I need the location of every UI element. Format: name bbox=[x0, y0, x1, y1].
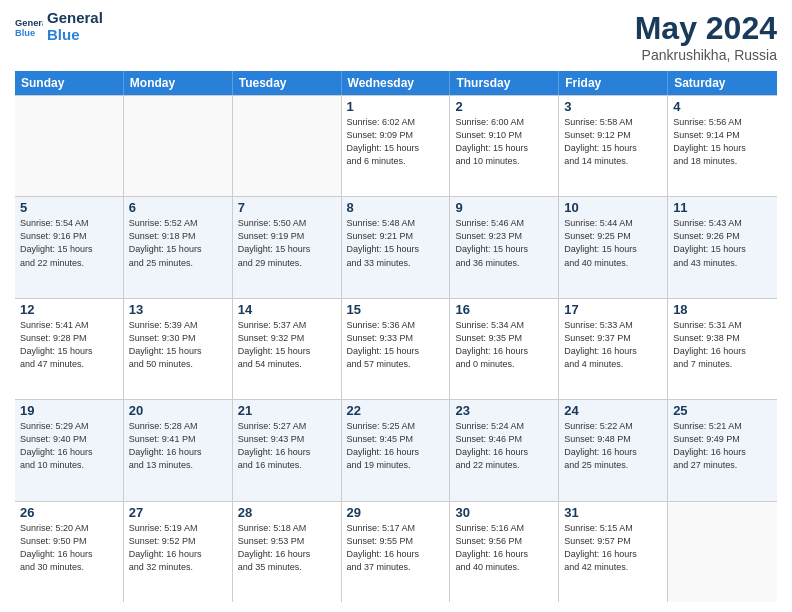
day-cell-10: 10Sunrise: 5:44 AM Sunset: 9:25 PM Dayli… bbox=[559, 197, 668, 297]
day-info-4: Sunrise: 5:56 AM Sunset: 9:14 PM Dayligh… bbox=[673, 116, 772, 168]
day-info-14: Sunrise: 5:37 AM Sunset: 9:32 PM Dayligh… bbox=[238, 319, 336, 371]
day-number-28: 28 bbox=[238, 505, 336, 520]
day-info-20: Sunrise: 5:28 AM Sunset: 9:41 PM Dayligh… bbox=[129, 420, 227, 472]
header-day-friday: Friday bbox=[559, 71, 668, 95]
calendar: SundayMondayTuesdayWednesdayThursdayFrid… bbox=[15, 71, 777, 602]
day-info-19: Sunrise: 5:29 AM Sunset: 9:40 PM Dayligh… bbox=[20, 420, 118, 472]
week-3: 12Sunrise: 5:41 AM Sunset: 9:28 PM Dayli… bbox=[15, 298, 777, 399]
day-info-17: Sunrise: 5:33 AM Sunset: 9:37 PM Dayligh… bbox=[564, 319, 662, 371]
day-number-9: 9 bbox=[455, 200, 553, 215]
day-number-18: 18 bbox=[673, 302, 772, 317]
day-info-8: Sunrise: 5:48 AM Sunset: 9:21 PM Dayligh… bbox=[347, 217, 445, 269]
day-number-15: 15 bbox=[347, 302, 445, 317]
day-cell-28: 28Sunrise: 5:18 AM Sunset: 9:53 PM Dayli… bbox=[233, 502, 342, 602]
header: General Blue General Blue May 2024 Pankr… bbox=[15, 10, 777, 63]
week-2: 5Sunrise: 5:54 AM Sunset: 9:16 PM Daylig… bbox=[15, 196, 777, 297]
day-info-5: Sunrise: 5:54 AM Sunset: 9:16 PM Dayligh… bbox=[20, 217, 118, 269]
day-info-29: Sunrise: 5:17 AM Sunset: 9:55 PM Dayligh… bbox=[347, 522, 445, 574]
day-info-18: Sunrise: 5:31 AM Sunset: 9:38 PM Dayligh… bbox=[673, 319, 772, 371]
day-info-6: Sunrise: 5:52 AM Sunset: 9:18 PM Dayligh… bbox=[129, 217, 227, 269]
day-info-15: Sunrise: 5:36 AM Sunset: 9:33 PM Dayligh… bbox=[347, 319, 445, 371]
day-number-11: 11 bbox=[673, 200, 772, 215]
day-cell-3: 3Sunrise: 5:58 AM Sunset: 9:12 PM Daylig… bbox=[559, 96, 668, 196]
day-cell-4: 4Sunrise: 5:56 AM Sunset: 9:14 PM Daylig… bbox=[668, 96, 777, 196]
day-info-7: Sunrise: 5:50 AM Sunset: 9:19 PM Dayligh… bbox=[238, 217, 336, 269]
day-number-21: 21 bbox=[238, 403, 336, 418]
day-number-5: 5 bbox=[20, 200, 118, 215]
empty-cell-0-1 bbox=[124, 96, 233, 196]
day-number-24: 24 bbox=[564, 403, 662, 418]
day-number-27: 27 bbox=[129, 505, 227, 520]
day-cell-21: 21Sunrise: 5:27 AM Sunset: 9:43 PM Dayli… bbox=[233, 400, 342, 500]
day-cell-13: 13Sunrise: 5:39 AM Sunset: 9:30 PM Dayli… bbox=[124, 299, 233, 399]
day-info-24: Sunrise: 5:22 AM Sunset: 9:48 PM Dayligh… bbox=[564, 420, 662, 472]
day-number-31: 31 bbox=[564, 505, 662, 520]
day-number-6: 6 bbox=[129, 200, 227, 215]
day-info-30: Sunrise: 5:16 AM Sunset: 9:56 PM Dayligh… bbox=[455, 522, 553, 574]
day-info-23: Sunrise: 5:24 AM Sunset: 9:46 PM Dayligh… bbox=[455, 420, 553, 472]
day-number-10: 10 bbox=[564, 200, 662, 215]
day-info-12: Sunrise: 5:41 AM Sunset: 9:28 PM Dayligh… bbox=[20, 319, 118, 371]
day-info-9: Sunrise: 5:46 AM Sunset: 9:23 PM Dayligh… bbox=[455, 217, 553, 269]
day-info-16: Sunrise: 5:34 AM Sunset: 9:35 PM Dayligh… bbox=[455, 319, 553, 371]
title-block: May 2024 Pankrushikha, Russia bbox=[635, 10, 777, 63]
day-cell-12: 12Sunrise: 5:41 AM Sunset: 9:28 PM Dayli… bbox=[15, 299, 124, 399]
day-number-4: 4 bbox=[673, 99, 772, 114]
day-cell-29: 29Sunrise: 5:17 AM Sunset: 9:55 PM Dayli… bbox=[342, 502, 451, 602]
day-cell-8: 8Sunrise: 5:48 AM Sunset: 9:21 PM Daylig… bbox=[342, 197, 451, 297]
empty-cell-0-0 bbox=[15, 96, 124, 196]
day-cell-1: 1Sunrise: 6:02 AM Sunset: 9:09 PM Daylig… bbox=[342, 96, 451, 196]
day-info-26: Sunrise: 5:20 AM Sunset: 9:50 PM Dayligh… bbox=[20, 522, 118, 574]
day-cell-25: 25Sunrise: 5:21 AM Sunset: 9:49 PM Dayli… bbox=[668, 400, 777, 500]
logo: General Blue General Blue bbox=[15, 10, 103, 43]
day-number-19: 19 bbox=[20, 403, 118, 418]
day-info-11: Sunrise: 5:43 AM Sunset: 9:26 PM Dayligh… bbox=[673, 217, 772, 269]
day-number-25: 25 bbox=[673, 403, 772, 418]
day-info-2: Sunrise: 6:00 AM Sunset: 9:10 PM Dayligh… bbox=[455, 116, 553, 168]
day-cell-14: 14Sunrise: 5:37 AM Sunset: 9:32 PM Dayli… bbox=[233, 299, 342, 399]
calendar-header: SundayMondayTuesdayWednesdayThursdayFrid… bbox=[15, 71, 777, 95]
day-number-20: 20 bbox=[129, 403, 227, 418]
calendar-body: 1Sunrise: 6:02 AM Sunset: 9:09 PM Daylig… bbox=[15, 95, 777, 602]
day-cell-2: 2Sunrise: 6:00 AM Sunset: 9:10 PM Daylig… bbox=[450, 96, 559, 196]
day-info-10: Sunrise: 5:44 AM Sunset: 9:25 PM Dayligh… bbox=[564, 217, 662, 269]
week-1: 1Sunrise: 6:02 AM Sunset: 9:09 PM Daylig… bbox=[15, 95, 777, 196]
location: Pankrushikha, Russia bbox=[635, 47, 777, 63]
day-info-27: Sunrise: 5:19 AM Sunset: 9:52 PM Dayligh… bbox=[129, 522, 227, 574]
day-info-21: Sunrise: 5:27 AM Sunset: 9:43 PM Dayligh… bbox=[238, 420, 336, 472]
svg-text:General: General bbox=[15, 17, 43, 27]
day-number-7: 7 bbox=[238, 200, 336, 215]
day-cell-9: 9Sunrise: 5:46 AM Sunset: 9:23 PM Daylig… bbox=[450, 197, 559, 297]
day-number-1: 1 bbox=[347, 99, 445, 114]
day-cell-27: 27Sunrise: 5:19 AM Sunset: 9:52 PM Dayli… bbox=[124, 502, 233, 602]
day-number-22: 22 bbox=[347, 403, 445, 418]
empty-cell-4-6 bbox=[668, 502, 777, 602]
day-number-2: 2 bbox=[455, 99, 553, 114]
day-cell-7: 7Sunrise: 5:50 AM Sunset: 9:19 PM Daylig… bbox=[233, 197, 342, 297]
day-cell-26: 26Sunrise: 5:20 AM Sunset: 9:50 PM Dayli… bbox=[15, 502, 124, 602]
day-cell-23: 23Sunrise: 5:24 AM Sunset: 9:46 PM Dayli… bbox=[450, 400, 559, 500]
header-day-thursday: Thursday bbox=[450, 71, 559, 95]
empty-cell-0-2 bbox=[233, 96, 342, 196]
day-cell-24: 24Sunrise: 5:22 AM Sunset: 9:48 PM Dayli… bbox=[559, 400, 668, 500]
day-cell-22: 22Sunrise: 5:25 AM Sunset: 9:45 PM Dayli… bbox=[342, 400, 451, 500]
day-number-12: 12 bbox=[20, 302, 118, 317]
page: General Blue General Blue May 2024 Pankr… bbox=[0, 0, 792, 612]
day-info-31: Sunrise: 5:15 AM Sunset: 9:57 PM Dayligh… bbox=[564, 522, 662, 574]
day-cell-17: 17Sunrise: 5:33 AM Sunset: 9:37 PM Dayli… bbox=[559, 299, 668, 399]
day-number-30: 30 bbox=[455, 505, 553, 520]
day-number-29: 29 bbox=[347, 505, 445, 520]
day-cell-16: 16Sunrise: 5:34 AM Sunset: 9:35 PM Dayli… bbox=[450, 299, 559, 399]
day-info-13: Sunrise: 5:39 AM Sunset: 9:30 PM Dayligh… bbox=[129, 319, 227, 371]
day-info-1: Sunrise: 6:02 AM Sunset: 9:09 PM Dayligh… bbox=[347, 116, 445, 168]
day-cell-30: 30Sunrise: 5:16 AM Sunset: 9:56 PM Dayli… bbox=[450, 502, 559, 602]
day-cell-18: 18Sunrise: 5:31 AM Sunset: 9:38 PM Dayli… bbox=[668, 299, 777, 399]
day-number-16: 16 bbox=[455, 302, 553, 317]
logo-icon: General Blue bbox=[15, 13, 43, 41]
day-number-3: 3 bbox=[564, 99, 662, 114]
day-cell-6: 6Sunrise: 5:52 AM Sunset: 9:18 PM Daylig… bbox=[124, 197, 233, 297]
svg-text:Blue: Blue bbox=[15, 28, 35, 38]
day-info-25: Sunrise: 5:21 AM Sunset: 9:49 PM Dayligh… bbox=[673, 420, 772, 472]
month-year: May 2024 bbox=[635, 10, 777, 47]
header-day-sunday: Sunday bbox=[15, 71, 124, 95]
